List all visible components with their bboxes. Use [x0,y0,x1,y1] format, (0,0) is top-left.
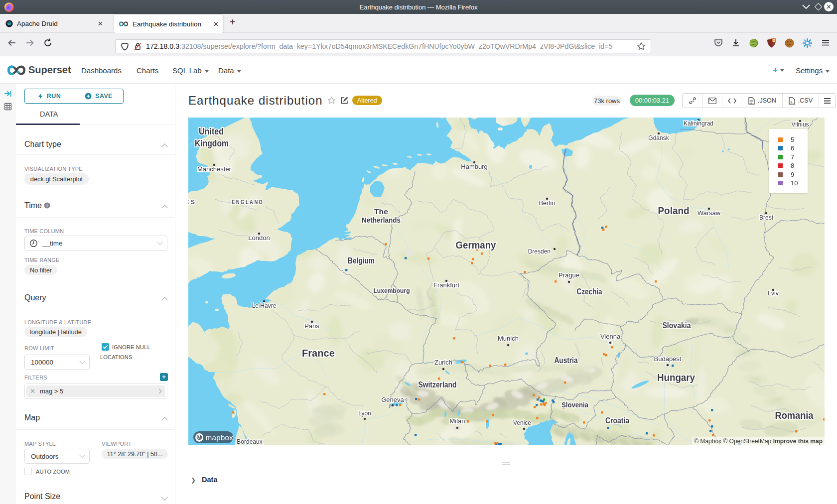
svg-text:United: United [199,126,224,136]
svg-text:The: The [374,207,388,216]
svg-text:Slovakia: Slovakia [663,321,691,330]
svg-text:Poland: Poland [658,205,690,216]
svg-text:Paris: Paris [304,322,319,330]
svg-text:Vienna: Vienna [600,333,621,340]
svg-text:Hungary: Hungary [657,372,696,383]
svg-text:Kingdom: Kingdom [195,138,229,148]
svg-text:Slovenia: Slovenia [561,400,589,409]
svg-text:x: x [790,100,792,103]
svg-text:Berlin: Berlin [539,199,555,207]
svg-text:ES: ES [188,199,196,206]
svg-text:Bordeaux: Bordeaux [237,438,262,445]
svg-text:Germany: Germany [456,240,497,251]
svg-text:Czechia: Czechia [577,287,602,296]
svg-text:Kaliningrad: Kaliningrad [684,120,713,127]
svg-text:Brest: Brest [759,214,774,221]
svg-text:Lviv: Lviv [768,290,778,297]
svg-text:Austria: Austria [555,356,578,365]
svg-text:Lyon: Lyon [358,410,371,417]
svg-text:Belgium: Belgium [348,256,375,265]
svg-text:Venice: Venice [513,419,531,426]
svg-text:Manchester: Manchester [197,165,232,173]
svg-text:Hamburg: Hamburg [461,163,487,170]
svg-text:Le Havre: Le Havre [252,302,277,309]
svg-text:Warsaw: Warsaw [698,209,721,217]
svg-text:ENGLAND: ENGLAND [232,199,264,206]
svg-text:Gdansk: Gdansk [648,134,669,141]
svg-text:Frankfurt: Frankfurt [433,281,459,289]
svg-text:Luxembourg: Luxembourg [374,287,410,294]
svg-text:Vilnius: Vilnius [791,121,809,128]
svg-text:Dresden: Dresden [528,248,551,255]
svg-text:Switzerland: Switzerland [418,380,457,389]
svg-text:Zurich: Zurich [434,359,452,366]
svg-text:Milan: Milan [449,417,465,425]
svg-text:Budapest: Budapest [654,355,682,363]
svg-text:Croatia: Croatia [605,416,629,425]
svg-text:Prague: Prague [558,271,579,279]
svg-text:Munich: Munich [498,335,519,342]
svg-text:Geneva: Geneva [381,396,404,403]
svg-text:Romania: Romania [775,410,814,421]
svg-text:London: London [248,234,270,242]
svg-text:2: 2 [773,38,775,43]
svg-text:Netherlands: Netherlands [362,216,401,224]
svg-text:France: France [302,348,335,359]
